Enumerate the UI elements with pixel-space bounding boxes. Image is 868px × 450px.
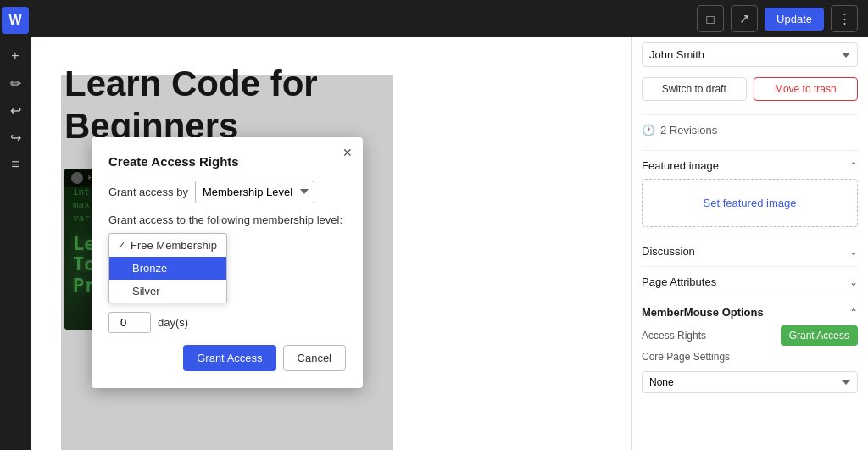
view-icon: □ <box>707 12 715 26</box>
sidebar-grant-access-button[interactable]: Grant Access <box>781 325 858 346</box>
external-link-icon: ↗ <box>739 11 750 26</box>
switch-to-draft-button[interactable]: Switch to draft <box>642 77 747 101</box>
wp-logo[interactable]: W <box>2 7 29 34</box>
dropdown-item-free-membership[interactable]: Free Membership <box>109 234 226 257</box>
membermouse-title: MemberMouse Options <box>642 306 764 319</box>
revisions-label: 2 Revisions <box>660 124 717 136</box>
main-content-area: Learn Code for Beginners How To Learn Pr… <box>31 37 631 450</box>
revisions-row: 🕐 2 Revisions <box>642 124 858 136</box>
grant-by-label: Grant access by <box>108 186 188 198</box>
redo-button[interactable]: ↪ <box>3 125 27 149</box>
top-bar-right: □ ↗ Update ⋮ <box>697 5 858 32</box>
days-label: day(s) <box>158 316 188 329</box>
modal-overlay: ✕ Create Access Rights Grant access by M… <box>61 75 393 450</box>
top-bar: □ ↗ Update ⋮ <box>31 0 868 37</box>
discussion-section: Discussion ⌄ <box>642 236 858 266</box>
membership-level-text: Grant access to the following membership… <box>108 214 346 226</box>
chevron-down-icon: ⌄ <box>849 246 858 258</box>
wp-logo-text: W <box>8 13 21 28</box>
dropdown-item-bronze[interactable]: Bronze <box>109 257 226 280</box>
membermouse-chevron-icon: ⌃ <box>849 307 858 319</box>
page-attributes-header[interactable]: Page Attributes ⌄ <box>642 275 858 288</box>
days-input[interactable] <box>108 312 151 333</box>
sidebar-body: John Smith Switch to draft Move to trash… <box>632 32 868 450</box>
modal-button-row: Grant Access Cancel <box>108 345 346 371</box>
grant-access-button[interactable]: Grant Access <box>183 345 275 371</box>
access-rights-label: Access Rights <box>642 330 706 342</box>
menu-icon: ≡ <box>11 157 19 172</box>
undo-icon: ↩ <box>10 103 21 119</box>
undo-button[interactable]: ↩ <box>3 98 27 122</box>
days-row: day(s) <box>108 312 346 333</box>
revisions-clock-icon: 🕐 <box>642 124 655 136</box>
sidebar-button-row: Switch to draft Move to trash <box>642 77 858 101</box>
featured-image-label: Featured image <box>642 159 719 172</box>
grant-by-select[interactable]: Membership Level <box>195 181 314 203</box>
core-page-label: Core Page Settings <box>642 351 730 363</box>
membermouse-header: MemberMouse Options ⌃ <box>642 306 858 319</box>
chevron-up-icon: ⌃ <box>849 160 858 172</box>
wp-toolbar: W + ✏ ↩ ↪ ≡ <box>0 0 31 450</box>
settings-icon: ⋮ <box>838 11 851 26</box>
modal-title: Create Access Rights <box>108 154 346 169</box>
menu-button[interactable]: ≡ <box>3 153 27 176</box>
page-attributes-chevron-icon: ⌄ <box>849 276 858 288</box>
discussion-header[interactable]: Discussion ⌄ <box>642 245 858 258</box>
add-button[interactable]: + <box>3 44 27 68</box>
external-link-button[interactable]: ↗ <box>731 5 758 32</box>
revisions-section: 🕐 2 Revisions <box>642 114 858 150</box>
featured-image-header[interactable]: Featured image ⌃ <box>642 159 858 172</box>
core-page-label-row: Core Page Settings <box>642 351 858 363</box>
membership-dropdown-container: Free Membership Bronze Silver <box>108 233 346 303</box>
page-attributes-section: Page Attributes ⌄ <box>642 266 858 297</box>
set-featured-image-button[interactable]: Set featured image <box>642 179 858 227</box>
redo-icon: ↪ <box>10 130 21 146</box>
create-access-rights-modal: ✕ Create Access Rights Grant access by M… <box>92 137 363 388</box>
cancel-button[interactable]: Cancel <box>283 345 346 371</box>
page-attributes-label: Page Attributes <box>642 275 716 288</box>
modal-close-button[interactable]: ✕ <box>339 144 356 161</box>
membership-dropdown-list: Free Membership Bronze Silver <box>108 233 227 303</box>
update-button[interactable]: Update <box>765 8 824 31</box>
author-select[interactable]: John Smith <box>642 42 858 67</box>
add-icon: + <box>11 48 19 64</box>
settings-button[interactable]: ⋮ <box>831 5 858 32</box>
featured-image-section: Featured image ⌃ Set featured image <box>642 150 858 236</box>
sidebar: Page Block ✕ John Smith Switch to draft … <box>631 0 868 450</box>
view-button[interactable]: □ <box>697 5 724 32</box>
pen-icon: ✏ <box>10 75 21 92</box>
edit-button[interactable]: ✏ <box>3 71 27 95</box>
dropdown-item-silver[interactable]: Silver <box>109 280 226 303</box>
grant-by-row: Grant access by Membership Level <box>108 181 346 203</box>
access-rights-row: Access Rights Grant Access <box>642 325 858 346</box>
core-page-select[interactable]: None <box>642 371 858 393</box>
membermouse-section: MemberMouse Options ⌃ Access Rights Gran… <box>642 297 858 402</box>
move-to-trash-button[interactable]: Move to trash <box>754 77 859 101</box>
discussion-label: Discussion <box>642 245 695 258</box>
